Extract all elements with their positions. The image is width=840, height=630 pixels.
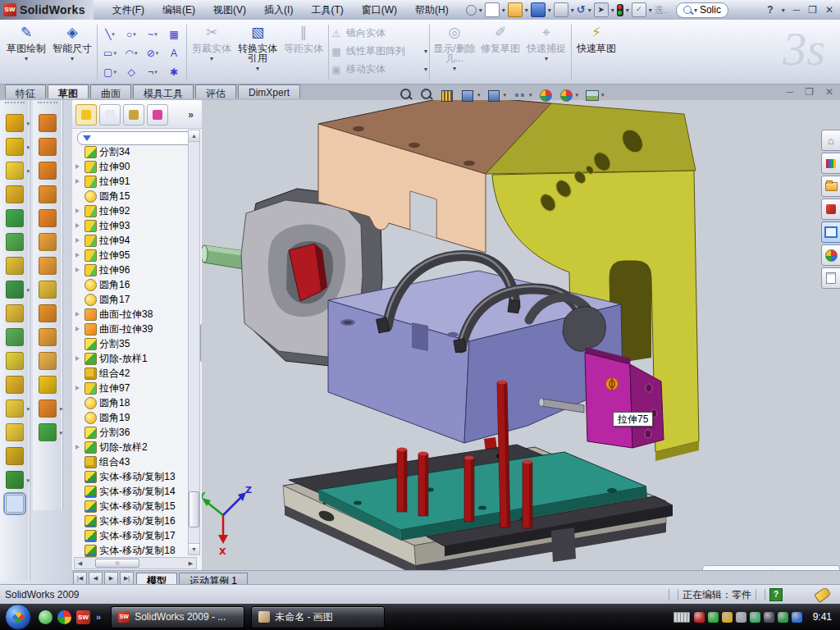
menu-item-4[interactable]: 工具(T)	[304, 1, 350, 20]
menu-item-6[interactable]: 帮助(H)	[408, 1, 456, 20]
move-entities-caret-icon[interactable]: ▾	[424, 66, 427, 73]
appearances-icon[interactable]	[540, 89, 553, 102]
curve-icon[interactable]	[6, 447, 24, 465]
expand-arrow-icon[interactable]	[75, 386, 80, 390]
tree-item-15[interactable]: 组合42	[72, 366, 187, 381]
solidworks-resources-icon[interactable]	[821, 199, 840, 220]
zoom-area-icon[interactable]	[421, 89, 434, 102]
start-button[interactable]	[5, 604, 31, 630]
configuration-manager-tab[interactable]	[123, 104, 144, 126]
select-icon-caret[interactable]: ▾	[611, 7, 614, 14]
tree-item-13[interactable]: 分割35	[72, 336, 187, 351]
tree-item-2[interactable]: 拉伸91	[72, 174, 187, 189]
taskbar-task-1[interactable]: 未命名 - 画图	[251, 606, 385, 628]
lofted-cut-icon[interactable]	[6, 233, 24, 251]
tree-item-19[interactable]: 分割36	[72, 425, 187, 440]
doc-tab-0[interactable]: 模型	[136, 573, 177, 585]
sketch-fillet-icon-caret[interactable]: ▾	[154, 69, 158, 75]
manager-overflow-chevron[interactable]: »	[188, 109, 199, 121]
hide-show-items-icon-caret[interactable]: ▾	[529, 92, 532, 98]
expand-arrow-icon[interactable]	[75, 253, 80, 258]
measure-icon[interactable]	[6, 495, 24, 513]
undo-icon[interactable]: ↺	[577, 3, 586, 16]
options-list-icon[interactable]: ✓	[632, 2, 646, 17]
graphics-area[interactable]: Y Z X 拉伸75 ↓0KB/S ↑0KB/S	[202, 100, 840, 584]
doc-nav-1[interactable]: ◀	[89, 572, 103, 585]
open-icon-caret[interactable]: ▾	[525, 7, 528, 14]
doc-minimize-button[interactable]: ─	[787, 86, 794, 98]
design-library-icon[interactable]	[821, 153, 840, 174]
circle-icon[interactable]: ○▾	[121, 25, 142, 43]
feature-manager-tab[interactable]	[75, 104, 97, 126]
smart-dimension-button[interactable]: ◈智能尺寸▾	[49, 21, 95, 84]
sketch-caret-icon[interactable]: ▾	[25, 54, 28, 64]
menu-item-0[interactable]: 文件(F)	[105, 1, 152, 20]
menu-item-5[interactable]: 窗口(W)	[354, 1, 404, 20]
ruled-surface-icon-caret[interactable]: ▾	[59, 430, 62, 436]
tree-item-16[interactable]: 拉伸97	[72, 381, 187, 395]
expand-arrow-icon[interactable]	[75, 223, 80, 228]
arc-icon[interactable]: ◠▾	[121, 43, 142, 62]
tree-item-7[interactable]: 拉伸95	[72, 248, 187, 262]
tree-vertical-scrollbar[interactable]: ▲ ▼	[188, 130, 200, 555]
display-style-icon-caret[interactable]: ▾	[504, 92, 507, 98]
tree-item-11[interactable]: 曲面-拉伸38	[72, 307, 187, 322]
sketch-button[interactable]: ✎草图绘制▾	[3, 21, 49, 84]
view-orientation-icon[interactable]	[462, 89, 475, 102]
tree-item-9[interactable]: 圆角16	[72, 277, 187, 292]
options-list-icon-caret[interactable]: ▾	[649, 7, 652, 14]
parting-line-icon[interactable]	[39, 281, 57, 299]
network-warning-icon[interactable]	[764, 612, 774, 623]
shut-off-surface-icon[interactable]	[39, 352, 57, 370]
convert-entities-button[interactable]: ▧转换实体引用▾	[235, 21, 281, 84]
display-style-icon[interactable]	[488, 89, 501, 102]
spline-tool-icon-caret[interactable]: ▾	[26, 477, 30, 484]
dome-icon[interactable]	[39, 138, 57, 156]
section-view-icon[interactable]	[441, 89, 454, 102]
expand-arrow-icon[interactable]	[75, 179, 80, 184]
media-icon[interactable]	[57, 610, 71, 624]
display-delete-relations-caret-icon[interactable]: ▾	[453, 64, 456, 74]
menu-item-3[interactable]: 插入(I)	[257, 1, 300, 20]
core-icon[interactable]	[39, 328, 57, 346]
tree-item-5[interactable]: 拉伸93	[72, 218, 187, 233]
selection-box-icon[interactable]: ▦	[163, 25, 185, 43]
move-face-icon[interactable]	[39, 114, 57, 132]
text-icon[interactable]: A	[163, 43, 185, 62]
tree-item-8[interactable]: 拉伸96	[72, 262, 187, 277]
tree-item-10[interactable]: 圆角17	[72, 292, 187, 307]
tree-item-1[interactable]: 拉伸90	[72, 159, 187, 174]
hole-wizard-icon[interactable]	[6, 257, 24, 275]
arc-icon-caret[interactable]: ▾	[135, 50, 138, 57]
tab-特征[interactable]: 特征	[5, 84, 46, 98]
toolbar-grip[interactable]	[5, 102, 25, 108]
menu-item-2[interactable]: 视图(V)	[206, 1, 253, 20]
messenger-status-icon[interactable]	[792, 612, 802, 623]
tree-item-4[interactable]: 拉伸92	[72, 203, 187, 218]
rectangle-icon-caret[interactable]: ▾	[113, 50, 116, 57]
property-manager-tab[interactable]	[99, 104, 121, 126]
input-keyboard-icon[interactable]	[673, 612, 690, 623]
print-icon[interactable]	[554, 2, 568, 17]
doc-close-button[interactable]: ✕	[825, 86, 833, 98]
view-orientation-icon-caret[interactable]: ▾	[477, 92, 481, 98]
scroll-up-button[interactable]: ▲	[189, 130, 199, 142]
open-icon[interactable]	[508, 2, 523, 17]
close-button[interactable]: ✕	[825, 4, 833, 16]
swept-boss-icon[interactable]	[6, 185, 24, 203]
ellipse-icon-caret[interactable]: ▾	[156, 50, 159, 57]
expand-arrow-icon[interactable]	[75, 267, 80, 272]
rectangle-icon[interactable]: ▭▾	[99, 43, 121, 62]
scene-icon-caret[interactable]: ▾	[576, 92, 579, 98]
custom-properties-icon[interactable]	[821, 267, 840, 289]
minimize-button[interactable]: ─	[793, 4, 801, 16]
lights-icon[interactable]	[617, 4, 623, 16]
planar-surface-icon[interactable]	[39, 257, 57, 275]
extruded-boss-icon[interactable]: ▾	[6, 114, 24, 132]
deform-icon[interactable]	[39, 209, 57, 227]
linear-pattern-icon[interactable]: ▾	[6, 281, 24, 299]
scroll-down-button[interactable]: ▼	[189, 543, 199, 555]
tree-item-22[interactable]: 实体-移动/复制13	[72, 469, 187, 484]
flex-icon[interactable]	[39, 185, 57, 203]
tree-item-0[interactable]: 分割34	[72, 144, 187, 159]
